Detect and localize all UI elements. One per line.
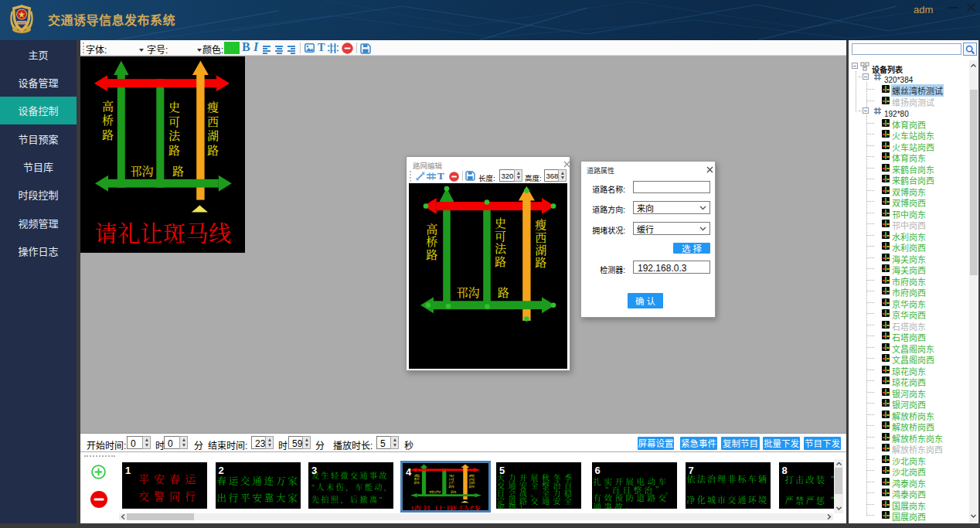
svg-text:邗沟: 邗沟 — [130, 162, 153, 179]
svg-text:路: 路 — [426, 246, 437, 262]
svg-text:路: 路 — [495, 253, 506, 269]
svg-text:路: 路 — [448, 484, 454, 489]
svg-text:路: 路 — [172, 162, 184, 179]
svg-text:邗沟: 邗沟 — [456, 284, 479, 300]
svg-text:路: 路 — [168, 141, 180, 158]
svg-text:路: 路 — [468, 484, 475, 489]
svg-text:请礼让斑马线: 请礼让斑马线 — [94, 216, 231, 248]
svg-text:路: 路 — [535, 254, 546, 270]
svg-text:路: 路 — [102, 126, 114, 142]
svg-text:请礼让斑马线: 请礼让斑马线 — [410, 503, 481, 512]
svg-text:路: 路 — [207, 141, 219, 158]
svg-text:路: 路 — [498, 284, 509, 300]
svg-text:路: 路 — [414, 480, 420, 485]
svg-text:路: 路 — [451, 489, 457, 494]
svg-text:邗沟: 邗沟 — [429, 489, 441, 494]
